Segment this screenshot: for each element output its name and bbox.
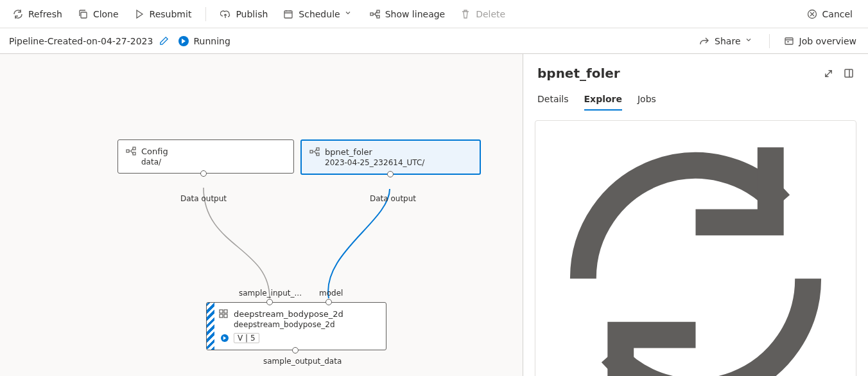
version-chip: V | 5 — [234, 333, 259, 343]
svg-rect-13 — [220, 310, 223, 313]
node-exec-subtitle: deepstream_bodypose_2d — [218, 320, 378, 329]
port-out[interactable] — [292, 347, 299, 354]
running-stripe — [207, 303, 214, 350]
refresh-card: Refresh — [535, 120, 856, 376]
separator — [205, 7, 206, 21]
clone-label: Clone — [93, 9, 119, 19]
refresh-icon — [13, 9, 23, 19]
titlebar: Pipeline-Created-on-04-27-2023 Running S… — [0, 28, 868, 54]
cancel-label: Cancel — [822, 9, 853, 19]
resubmit-label: Resubmit — [150, 9, 192, 19]
toolbar: Refresh Clone Resubmit Publish Schedule … — [0, 0, 868, 28]
svg-rect-11 — [317, 148, 319, 150]
port-out[interactable] — [200, 170, 207, 177]
status-badge: Running — [178, 36, 230, 46]
cancel-button[interactable]: Cancel — [801, 5, 859, 23]
node-exec-title: deepstream_bodypose_2d — [234, 309, 343, 319]
side-panel: bpnet_foler Details Explore Jobs Refresh — [523, 54, 868, 376]
component-icon — [218, 309, 229, 319]
panel-refresh-button[interactable]: Refresh — [541, 126, 851, 376]
refresh-button[interactable]: Refresh — [6, 5, 69, 23]
schedule-icon — [283, 9, 293, 19]
svg-rect-2 — [370, 13, 373, 15]
tab-details[interactable]: Details — [537, 89, 569, 111]
lineage-label: Show lineage — [385, 9, 446, 19]
svg-rect-14 — [224, 310, 227, 313]
svg-rect-4 — [377, 15, 379, 18]
main: Config data/ Data output bpnet_foler 202… — [0, 54, 868, 376]
job-overview-icon — [784, 36, 794, 46]
chevron-down-icon — [344, 9, 354, 19]
node-bpnet-title: bpnet_foler — [325, 147, 372, 157]
panel-tabs: Details Explore Jobs — [523, 84, 868, 111]
cancel-icon — [807, 9, 817, 19]
expand-icon[interactable] — [824, 69, 833, 78]
delete-button: Delete — [454, 5, 512, 23]
show-lineage-button[interactable]: Show lineage — [363, 5, 452, 23]
dataset-icon — [309, 147, 320, 157]
node-config-title: Config — [141, 147, 168, 156]
port-label: Data output — [370, 194, 416, 203]
svg-rect-6 — [785, 38, 793, 44]
svg-rect-12 — [317, 153, 319, 156]
svg-rect-0 — [81, 12, 87, 18]
trash-icon — [460, 9, 471, 19]
separator — [769, 34, 770, 48]
job-overview-button[interactable]: Job overview — [781, 32, 860, 50]
port-label: sample_output_data — [263, 357, 342, 366]
job-overview-label: Job overview — [799, 36, 857, 46]
clone-button[interactable]: Clone — [71, 5, 125, 23]
refresh-label: Refresh — [28, 9, 62, 19]
svg-rect-3 — [377, 10, 379, 13]
delete-label: Delete — [476, 9, 505, 19]
svg-rect-10 — [310, 150, 313, 153]
port-label: model — [319, 289, 343, 298]
running-icon — [221, 334, 229, 342]
port-in-right[interactable] — [326, 299, 332, 305]
svg-rect-9 — [133, 152, 135, 155]
node-exec[interactable]: deepstream_bodypose_2d deepstream_bodypo… — [206, 302, 386, 350]
port-label: sample_input_... — [239, 289, 302, 298]
share-button[interactable]: Share — [697, 32, 757, 50]
share-icon — [699, 36, 709, 46]
clone-icon — [78, 9, 88, 19]
port-in-left[interactable] — [266, 299, 273, 305]
node-bpnet[interactable]: bpnet_foler 2023-04-25_232614_UTC/ — [300, 139, 481, 175]
svg-rect-16 — [224, 314, 227, 318]
share-label: Share — [715, 36, 740, 46]
resubmit-button[interactable]: Resubmit — [128, 5, 198, 23]
port-label: Data output — [180, 194, 227, 203]
tab-jobs[interactable]: Jobs — [638, 89, 656, 111]
node-config[interactable]: Config data/ — [117, 139, 294, 174]
dataset-icon — [126, 146, 136, 156]
svg-rect-7 — [126, 150, 129, 152]
node-bpnet-subtitle: 2023-04-25_232614_UTC/ — [309, 158, 472, 167]
popout-icon[interactable] — [844, 68, 854, 78]
edit-icon[interactable] — [159, 36, 169, 46]
svg-rect-17 — [845, 69, 853, 77]
svg-rect-15 — [220, 314, 223, 318]
schedule-button[interactable]: Schedule — [277, 5, 360, 23]
refresh-icon — [546, 129, 846, 376]
pipeline-title: Pipeline-Created-on-04-27-2023 — [9, 36, 153, 46]
schedule-label: Schedule — [299, 9, 340, 19]
port-out[interactable] — [387, 171, 394, 177]
chevron-down-icon — [745, 36, 755, 46]
panel-title: bpnet_foler — [537, 66, 813, 81]
node-config-subtitle: data/ — [126, 157, 286, 166]
lineage-icon — [370, 9, 380, 19]
publish-button[interactable]: Publish — [214, 5, 274, 23]
publish-icon — [220, 9, 230, 19]
status-label: Running — [193, 36, 230, 46]
running-icon — [178, 36, 189, 46]
svg-rect-1 — [284, 11, 292, 18]
svg-rect-8 — [133, 147, 135, 150]
play-icon — [134, 9, 144, 19]
tab-explore[interactable]: Explore — [584, 89, 622, 111]
publish-label: Publish — [236, 9, 268, 19]
pipeline-canvas[interactable]: Config data/ Data output bpnet_foler 202… — [0, 54, 523, 376]
